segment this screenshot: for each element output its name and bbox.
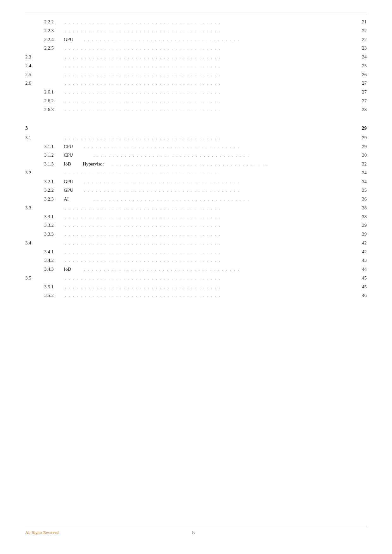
toc-sub2-num: 3.2.3 xyxy=(44,195,64,204)
toc-dots: . . . . . . . . . . . . . . . . . . . . … xyxy=(64,169,354,177)
toc-page: 44 xyxy=(354,265,367,274)
toc-row-r21: 3.3. . . . . . . . . . . . . . . . . . .… xyxy=(25,204,367,213)
toc-page: 21 xyxy=(354,18,367,27)
toc-dots: . . . . . . . . . . . . . . . . . . . . … xyxy=(83,36,354,44)
toc-page: 38 xyxy=(354,213,367,221)
toc-dots: . . . . . . . . . . . . . . . . . . . . … xyxy=(64,62,354,70)
footer-left: All Rights Reserved xyxy=(25,530,58,535)
toc-page: 28 xyxy=(354,105,367,114)
toc-num: 3.3 xyxy=(25,204,44,213)
toc-page: 27 xyxy=(354,79,367,88)
toc-page: 46 xyxy=(354,291,367,300)
toc-num: 2.3 xyxy=(25,53,44,62)
toc-dots: . . . . . . . . . . . . . . . . . . . . … xyxy=(64,80,354,87)
toc-sub: GPU xyxy=(64,35,83,44)
toc-sub2-num: 3.5.1 xyxy=(44,283,64,292)
toc-dots: . . . . . . . . . . . . . . . . . . . . … xyxy=(83,187,354,194)
toc-page: 45 xyxy=(354,274,367,283)
toc-label: AI xyxy=(64,195,92,204)
toc-page: 32 xyxy=(354,160,367,169)
toc-dots: . . . . . . . . . . . . . . . . . . . . … xyxy=(64,106,354,114)
toc-row-r27: 3.4.2. . . . . . . . . . . . . . . . . .… xyxy=(25,256,367,265)
toc-sub2-num: 2.6.1 xyxy=(44,88,64,97)
toc-sub2-num: 3.3.1 xyxy=(44,213,64,221)
toc-dots: . . . . . . . . . . . . . . . . . . . . … xyxy=(64,97,354,105)
toc-page: 25 xyxy=(354,62,367,70)
toc-dots: . . . . . . . . . . . . . . . . . . . . … xyxy=(64,231,354,238)
toc-row-r30: 3.5.1. . . . . . . . . . . . . . . . . .… xyxy=(25,283,367,292)
toc-sub: GPU xyxy=(64,186,83,195)
toc-page: 38 xyxy=(354,204,367,213)
toc-page: 42 xyxy=(354,248,367,256)
toc-sub: IoD xyxy=(64,265,83,274)
toc-dots: . . . . . . . . . . . . . . . . . . . . … xyxy=(64,204,354,212)
toc-row-r20: 3.2.3AI. . . . . . . . . . . . . . . . .… xyxy=(25,195,367,204)
toc-page: 27 xyxy=(354,97,367,105)
toc-num: 3.1 xyxy=(25,134,44,142)
toc-num: 3.4 xyxy=(25,239,44,248)
toc-sub2-num: 2.6.2 xyxy=(44,97,64,105)
toc-dots: . . . . . . . . . . . . . . . . . . . . … xyxy=(64,257,354,264)
toc-sub2-num: 3.1.2 xyxy=(44,151,64,160)
footer: All Rights Reserved iv xyxy=(25,529,367,535)
toc-row-r6: 2.4. . . . . . . . . . . . . . . . . . .… xyxy=(25,62,367,70)
toc-dots: . . . . . . . . . . . . . . . . . . . . … xyxy=(64,88,354,96)
toc-row-r7: 2.5. . . . . . . . . . . . . . . . . . .… xyxy=(25,70,367,79)
toc-label: CPU xyxy=(64,151,92,160)
toc-dots: . . . . . . . . . . . . . . . . . . . . … xyxy=(64,71,354,79)
toc-content: 2.2.2. . . . . . . . . . . . . . . . . .… xyxy=(25,16,367,526)
toc-sub2-num: 3.4.1 xyxy=(44,248,64,256)
toc-sub2-num: 3.3.3 xyxy=(44,230,64,239)
toc-sub2-num: 3.1.3 xyxy=(44,160,64,169)
toc-dots: . . . . . . . . . . . . . . . . . . . . … xyxy=(64,134,354,142)
toc-dots: . . . . . . . . . . . . . . . . . . . . … xyxy=(64,248,354,256)
toc-num: 3.5 xyxy=(25,274,44,283)
toc-row-r3: 2.2.4GPU. . . . . . . . . . . . . . . . … xyxy=(25,35,367,44)
toc-num: 3 xyxy=(25,123,44,133)
toc-page: 39 xyxy=(354,230,367,239)
toc-row-r16: 3.1.3IoDHypervisor. . . . . . . . . . . … xyxy=(25,160,367,169)
toc-dots: . . . . . . . . . . . . . . . . . . . . … xyxy=(64,27,354,35)
toc-row-r19: 3.2.2GPU. . . . . . . . . . . . . . . . … xyxy=(25,186,367,195)
toc-sub2-num: 3.3.2 xyxy=(44,221,64,230)
toc-row-r9: 2.6.1. . . . . . . . . . . . . . . . . .… xyxy=(25,88,367,97)
toc-row-r28: 3.4.3IoD. . . . . . . . . . . . . . . . … xyxy=(25,265,367,274)
toc-dots: . . . . . . . . . . . . . . . . . . . . … xyxy=(64,53,354,61)
toc-page: 30 xyxy=(354,151,367,160)
toc-dots: . . . . . . . . . . . . . . . . . . . . … xyxy=(64,18,354,26)
toc-page: 26 xyxy=(354,70,367,79)
toc-page: 22 xyxy=(354,27,367,35)
toc-sub2-num: 2.2.4 xyxy=(44,35,64,44)
toc-dots: . . . . . . . . . . . . . . . . . . . . … xyxy=(83,178,354,186)
toc-dots: . . . . . . . . . . . . . . . . . . . . … xyxy=(64,239,354,247)
toc-dots: . . . . . . . . . . . . . . . . . . . . … xyxy=(111,160,354,168)
toc-row-r22: 3.3.1. . . . . . . . . . . . . . . . . .… xyxy=(25,213,367,221)
toc-page: 42 xyxy=(354,239,367,248)
toc-dots: . . . . . . . . . . . . . . . . . . . . … xyxy=(64,45,354,52)
toc-row-r1: 2.2.2. . . . . . . . . . . . . . . . . .… xyxy=(25,18,367,27)
toc-page: 35 xyxy=(354,186,367,195)
toc-dots: . . . . . . . . . . . . . . . . . . . . … xyxy=(83,266,354,273)
toc-sub: CPU xyxy=(64,142,83,151)
toc-num: 2.6 xyxy=(25,79,44,88)
toc-dots: . . . . . . . . . . . . . . . . . . . . … xyxy=(64,283,354,291)
footer-center: iv xyxy=(58,530,329,535)
toc-page: 29 xyxy=(354,142,367,151)
toc-sub2-num: 3.2.2 xyxy=(44,186,64,195)
toc-page: 29 xyxy=(354,134,367,142)
toc-row-r26: 3.4.1. . . . . . . . . . . . . . . . . .… xyxy=(25,248,367,256)
toc-page: 36 xyxy=(354,195,367,204)
toc-row-r5: 2.3. . . . . . . . . . . . . . . . . . .… xyxy=(25,53,367,62)
toc-num: 2.4 xyxy=(25,62,44,70)
toc-sub2-num: 3.4.3 xyxy=(44,265,64,274)
toc-dots: . . . . . . . . . . . . . . . . . . . . … xyxy=(83,143,354,151)
toc-row-r23: 3.3.2. . . . . . . . . . . . . . . . . .… xyxy=(25,221,367,230)
toc-page: 24 xyxy=(354,53,367,62)
toc-page: 34 xyxy=(354,169,367,178)
toc-row-r25: 3.4. . . . . . . . . . . . . . . . . . .… xyxy=(25,239,367,248)
toc-row-r29: 3.5. . . . . . . . . . . . . . . . . . .… xyxy=(25,274,367,283)
toc-sub: GPU xyxy=(64,178,83,186)
toc-dots: . . . . . . . . . . . . . . . . . . . . … xyxy=(64,222,354,229)
toc-sub2-num: 3.2.1 xyxy=(44,178,64,186)
page: 2.2.2. . . . . . . . . . . . . . . . . .… xyxy=(0,0,392,554)
